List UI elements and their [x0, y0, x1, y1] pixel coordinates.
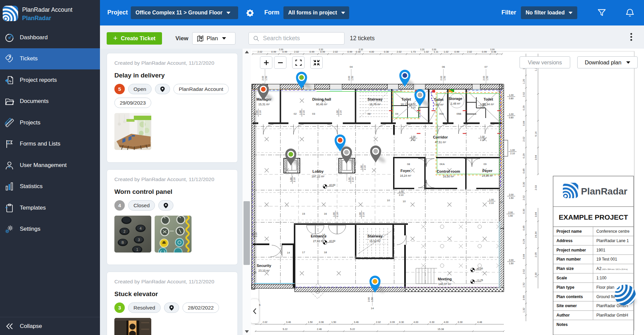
svg-text:Site owner: Site owner [556, 303, 577, 308]
svg-text:04: 04 [350, 65, 353, 68]
svg-text:1.50: 1.50 [509, 197, 514, 199]
svg-text:4.00: 4.00 [369, 50, 374, 53]
svg-text:0.99: 0.99 [271, 50, 276, 53]
svg-text:2.00: 2.00 [368, 297, 370, 302]
svg-text:Toilet: Toilet [484, 97, 493, 101]
svg-text:1.00: 1.00 [360, 165, 363, 170]
svg-text:PlanRadar Lane 1: PlanRadar Lane 1 [596, 238, 629, 243]
svg-text:4.48: 4.48 [477, 321, 482, 324]
svg-text:2.02: 2.02 [522, 196, 525, 201]
svg-text:0.85: 0.85 [522, 226, 525, 231]
svg-text:1.00: 1.00 [411, 135, 416, 138]
svg-text:05A: 05A [439, 112, 444, 115]
svg-text:2.02: 2.02 [522, 92, 525, 97]
svg-text:1.32: 1.32 [522, 308, 525, 313]
svg-text:1.50: 1.50 [443, 76, 446, 80]
svg-text:2.00: 2.00 [508, 211, 513, 214]
svg-text:0.30: 0.30 [359, 49, 363, 51]
svg-text:11: 11 [500, 201, 503, 204]
svg-text:140,37 m²: 140,37 m² [438, 282, 451, 286]
svg-text:1.00: 1.00 [336, 110, 338, 115]
svg-text:Author: Author [556, 313, 570, 318]
svg-text:2.02: 2.02 [522, 137, 525, 142]
svg-text:2.10: 2.10 [352, 177, 354, 182]
svg-text:2.02: 2.02 [294, 50, 299, 53]
svg-text:2.00: 2.00 [348, 76, 350, 80]
svg-text:47,51 m²: 47,51 m² [435, 141, 446, 144]
svg-text:B: B [121, 240, 124, 244]
svg-text:0KA: 0KA [439, 163, 445, 166]
svg-text:2.10: 2.10 [364, 165, 366, 170]
svg-text:0.29: 0.29 [522, 154, 525, 159]
svg-text:06: 06 [442, 65, 445, 68]
svg-text:1.00: 1.00 [480, 135, 485, 138]
svg-text:2.10: 2.10 [510, 152, 515, 155]
svg-text:2.30: 2.30 [534, 273, 537, 278]
svg-text:Floor plan: Floor plan [596, 285, 614, 290]
svg-text:±0.00: ±0.00 [329, 183, 335, 186]
svg-text:Stairway: Stairway [367, 97, 383, 101]
svg-text:08: 08 [368, 112, 371, 115]
svg-text:2.00: 2.00 [509, 193, 514, 196]
svg-text:0.96: 0.96 [319, 321, 324, 324]
svg-text:90,46 m²: 90,46 m² [316, 103, 327, 106]
svg-text:0.29: 0.29 [522, 106, 525, 111]
svg-text:2.10: 2.10 [293, 177, 296, 182]
svg-text:2.02: 2.02 [263, 321, 268, 324]
svg-text:0.99: 0.99 [390, 321, 395, 324]
svg-text:15: 15 [302, 212, 305, 215]
svg-text:1.00: 1.00 [509, 94, 514, 96]
svg-text:0.30: 0.30 [430, 321, 435, 324]
svg-text:Plan number: Plan number [556, 257, 581, 262]
svg-text:17: 17 [302, 251, 305, 254]
svg-text:Storage: Storage [449, 97, 463, 101]
svg-text:15,31 m²: 15,31 m² [258, 103, 270, 106]
svg-text:14: 14 [371, 307, 374, 310]
svg-text:0.99: 0.99 [279, 49, 283, 51]
svg-text:1.50: 1.50 [508, 215, 513, 217]
svg-text:19 Test 001: 19 Test 001 [596, 257, 617, 262]
svg-text:1901: 1901 [596, 248, 605, 253]
svg-text:4.00: 4.00 [444, 321, 449, 324]
svg-text:5.22: 5.22 [283, 328, 288, 331]
svg-text:0.99: 0.99 [432, 49, 436, 51]
svg-text:14: 14 [287, 251, 290, 254]
svg-text:1.00: 1.00 [290, 177, 292, 182]
svg-text:1.00: 1.00 [333, 212, 335, 217]
svg-text:2.02: 2.02 [522, 269, 525, 274]
svg-text:08: 08 [407, 163, 410, 166]
svg-text:18: 18 [324, 251, 327, 254]
svg-text:1.02: 1.02 [444, 50, 449, 53]
svg-text:2.02: 2.02 [258, 50, 263, 53]
svg-text:PlanRadar GmbH: PlanRadar GmbH [596, 313, 628, 318]
svg-text:0.48: 0.48 [491, 50, 496, 53]
svg-text:Stairway: Stairway [367, 234, 383, 238]
svg-text:0.99: 0.99 [482, 50, 487, 53]
svg-text:Address: Address [556, 238, 573, 243]
svg-text:Toilet: Toilet [434, 98, 444, 102]
svg-text:16,12 m²: 16,12 m² [400, 103, 412, 106]
svg-text:1.00: 1.00 [489, 199, 494, 201]
svg-text:05B: 05B [457, 112, 461, 115]
svg-text:07: 07 [485, 65, 488, 68]
svg-text:23,10 m²: 23,10 m² [258, 269, 270, 272]
svg-text:0.85: 0.85 [522, 169, 525, 174]
svg-text:Scale: Scale [556, 276, 567, 280]
svg-text:16: 16 [324, 212, 327, 215]
svg-text:1.50: 1.50 [509, 262, 514, 265]
svg-text:3: 3 [138, 238, 140, 242]
svg-text:2.05: 2.05 [534, 253, 537, 258]
svg-text:3.84: 3.84 [534, 212, 537, 217]
svg-text:2.02: 2.02 [376, 321, 381, 324]
svg-text:1.50: 1.50 [265, 76, 267, 80]
svg-text:+1.25: +1.25 [477, 279, 483, 282]
svg-text:2.10: 2.10 [480, 106, 485, 109]
svg-text:0.99: 0.99 [347, 50, 353, 53]
svg-text:0.84: 0.84 [522, 254, 525, 259]
svg-text:Meeting: Meeting [438, 277, 452, 281]
svg-text:4: 4 [140, 226, 142, 230]
svg-text:2.10: 2.10 [399, 194, 404, 196]
svg-text:10: 10 [403, 200, 406, 203]
svg-text:2.02: 2.02 [397, 50, 402, 53]
svg-text:2.10: 2.10 [255, 232, 257, 237]
